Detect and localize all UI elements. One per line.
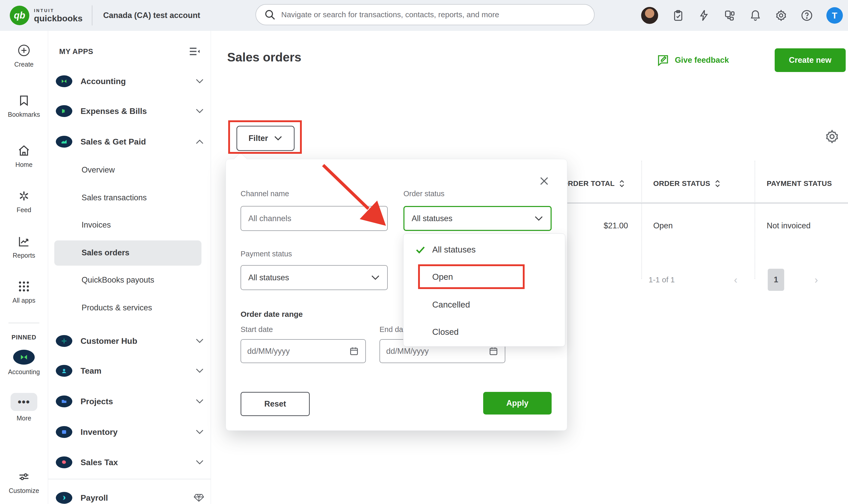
option-closed[interactable]: Closed — [403, 319, 565, 345]
quickbooks-logo[interactable]: qb INTUIT quickbooks — [0, 6, 83, 25]
rail-item-customize[interactable]: Customize — [0, 470, 48, 494]
search-input[interactable] — [281, 10, 586, 19]
sidebar-item-accounting[interactable]: Accounting — [56, 69, 204, 94]
payroll-app-icon — [56, 492, 72, 504]
option-all-statuses[interactable]: All statuses — [403, 237, 565, 263]
sidebar-item-sales-get-paid[interactable]: Sales & Get Paid — [56, 129, 204, 154]
pagination-page-1[interactable]: 1 — [768, 269, 784, 291]
option-open[interactable]: Open — [403, 264, 565, 290]
inventory-app-icon — [56, 426, 72, 438]
sales-tax-app-icon — [56, 456, 72, 468]
reset-button[interactable]: Reset — [241, 392, 310, 416]
column-header-payment-status[interactable]: PAYMENT STATUS — [767, 179, 832, 188]
quickbooks-wordmark: quickbooks — [34, 14, 83, 23]
sort-icon — [714, 179, 721, 188]
top-bar: qb INTUIT quickbooks Canada (CA) test ac… — [0, 0, 848, 31]
order-status-dropdown: All statuses Open Cancelled Closed — [403, 233, 565, 347]
sidebar-item-payroll[interactable]: Payroll — [56, 485, 204, 504]
order-date-range-label: Order date range — [241, 310, 303, 319]
global-search[interactable] — [255, 4, 595, 25]
rail-item-bookmarks[interactable]: Bookmarks — [0, 94, 48, 118]
expenses-bills-app-icon — [56, 105, 72, 117]
quickbooks-app: qb INTUIT quickbooks Canada (CA) test ac… — [0, 0, 848, 504]
rail-item-home[interactable]: Home — [0, 144, 48, 168]
chevron-down-icon — [195, 338, 204, 344]
pagination-range: 1-1 of 1 — [649, 275, 675, 284]
projects-app-icon — [56, 395, 72, 407]
intuit-wordmark: INTUIT — [34, 8, 83, 13]
pagination-next-icon[interactable]: › — [815, 274, 818, 286]
apply-button[interactable]: Apply — [483, 392, 552, 415]
all-apps-grid-icon — [17, 280, 31, 293]
topbar-divider — [92, 5, 92, 25]
calendar-icon[interactable] — [349, 346, 359, 356]
chevron-down-icon — [195, 368, 204, 374]
chevron-down-icon — [534, 216, 543, 221]
my-apps-sidebar: MY APPS Accounting Expenses & Bills Sale… — [48, 31, 211, 504]
rail-item-feed[interactable]: Feed — [0, 189, 48, 214]
customize-sliders-icon — [17, 470, 31, 483]
help-icon[interactable] — [801, 9, 813, 22]
sidebar-subitem-sales-transactions[interactable]: Sales transactions — [82, 186, 147, 209]
rail-item-reports[interactable]: Reports — [0, 235, 48, 259]
collapse-menu-icon[interactable] — [189, 46, 200, 57]
reports-chart-icon — [17, 235, 31, 248]
qb-logo-icon: qb — [10, 6, 29, 25]
sidebar-subitem-products-services[interactable]: Products & services — [82, 296, 152, 319]
filter-button[interactable]: Filter — [236, 126, 295, 151]
table-settings-gear-icon[interactable] — [825, 129, 840, 144]
sidebar-item-inventory[interactable]: Inventory — [56, 420, 204, 444]
channel-name-input[interactable]: All channels — [241, 206, 388, 231]
option-cancelled[interactable]: Cancelled — [403, 292, 565, 318]
calendar-icon[interactable] — [488, 346, 499, 356]
sidebar-subitem-quickbooks-payouts[interactable]: QuickBooks payouts — [82, 268, 154, 292]
feedback-bubble-icon — [656, 53, 670, 67]
company-name[interactable]: Canada (CA) test account — [103, 11, 200, 20]
rail-item-accounting-pinned[interactable]: Accounting — [0, 350, 48, 376]
search-icon — [264, 8, 276, 21]
rail-item-more[interactable]: ••• More — [0, 393, 48, 422]
my-apps-header: MY APPS — [59, 46, 200, 57]
home-icon — [17, 144, 31, 157]
accounting-app-icon — [56, 75, 72, 87]
sidebar-item-customer-hub[interactable]: Customer Hub — [56, 329, 204, 353]
create-new-button[interactable]: Create new — [775, 48, 846, 72]
pagination-prev-icon[interactable]: ‹ — [734, 274, 737, 286]
sidebar-subitem-invoices[interactable]: Invoices — [82, 213, 111, 237]
sidebar-item-expenses-bills[interactable]: Expenses & Bills — [56, 99, 204, 123]
payment-status-select[interactable]: All statuses — [241, 265, 388, 290]
cell-order-total[interactable]: $21.00 — [579, 221, 628, 230]
check-icon — [415, 244, 426, 255]
sidebar-item-projects[interactable]: Projects — [56, 389, 204, 414]
bookmark-icon — [17, 94, 31, 107]
tasks-clipboard-icon[interactable] — [672, 9, 684, 22]
sidebar-subitem-overview[interactable]: Overview — [82, 158, 115, 182]
sidebar-item-team[interactable]: Team — [56, 358, 204, 383]
topbar-icons: T — [641, 0, 843, 31]
settings-gear-icon[interactable] — [775, 9, 787, 22]
give-feedback-link[interactable]: Give feedback — [656, 53, 729, 67]
sidebar-item-sales-tax[interactable]: Sales Tax — [56, 450, 204, 475]
customer-hub-app-icon — [56, 335, 72, 347]
column-header-order-status[interactable]: ORDER STATUS — [653, 179, 721, 188]
cell-payment-status[interactable]: Not invoiced — [767, 221, 811, 230]
connected-apps-icon[interactable] — [723, 9, 736, 22]
close-icon[interactable] — [538, 175, 550, 187]
cell-order-status[interactable]: Open — [653, 221, 673, 230]
start-date-input[interactable]: dd/MM/yyyy — [241, 339, 366, 363]
chevron-down-icon — [195, 460, 204, 465]
pagination: 1-1 of 1 ‹ 1 › — [649, 269, 818, 291]
rail-item-create[interactable]: Create — [0, 44, 48, 68]
chevron-down-icon — [371, 275, 380, 281]
account-initial-badge[interactable]: T — [826, 7, 843, 24]
notifications-bell-icon[interactable] — [749, 9, 762, 22]
my-apps-label: MY APPS — [59, 47, 93, 56]
rail-item-all-apps[interactable]: All apps — [0, 280, 48, 304]
quick-actions-bolt-icon[interactable] — [698, 9, 710, 22]
user-avatar-photo[interactable] — [641, 6, 659, 24]
order-status-select[interactable]: All statuses — [403, 206, 552, 231]
sidebar-divider — [48, 479, 211, 479]
sidebar-subitem-sales-orders[interactable]: Sales orders — [82, 241, 129, 264]
page-title: Sales orders — [227, 50, 301, 64]
column-header-order-total[interactable]: ORDER TOTAL — [562, 179, 625, 188]
